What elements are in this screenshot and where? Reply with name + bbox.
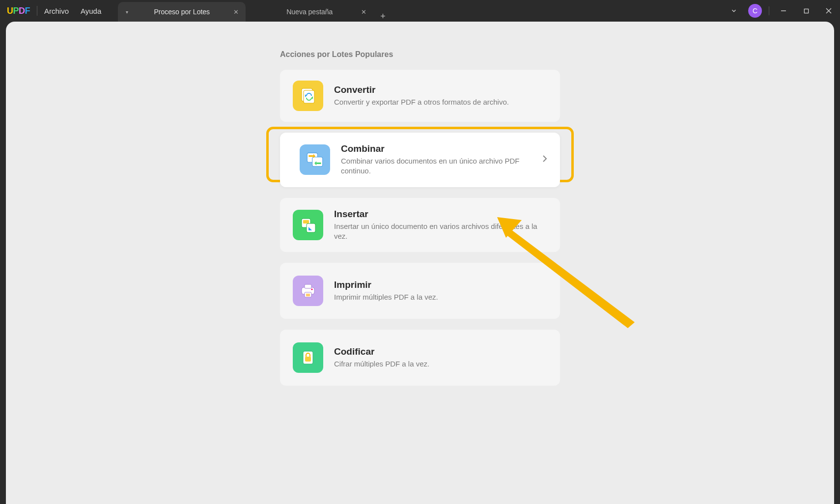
logo-letter-f: F xyxy=(25,6,30,16)
card-desc: Insertar un único documento en varios ar… xyxy=(334,222,547,242)
window-maximize-icon[interactable] xyxy=(795,0,817,22)
separator xyxy=(769,6,769,15)
separator xyxy=(37,6,37,16)
tab-proceso-por-lotes[interactable]: ▾ Proceso por Lotes ✕ xyxy=(118,2,246,22)
svg-rect-27 xyxy=(305,357,311,362)
convert-icon xyxy=(293,81,323,111)
svg-rect-18 xyxy=(307,224,315,232)
batch-actions-panel: Acciones por Lotes Populares Convertir C… xyxy=(280,22,560,386)
card-desc: Convertir y exportar PDF a otros formato… xyxy=(334,97,547,107)
card-desc: Cifrar múltiples PDF a la vez. xyxy=(334,359,547,369)
window-minimize-icon[interactable] xyxy=(772,0,795,22)
tab-bar: ▾ Proceso por Lotes ✕ Nueva pestaña ✕ + xyxy=(118,0,386,22)
card-title: Convertir xyxy=(334,84,547,95)
content-area: Acciones por Lotes Populares Convertir C… xyxy=(6,22,834,504)
svg-rect-9 xyxy=(312,157,323,167)
card-title: Imprimir xyxy=(334,280,547,290)
card-imprimir[interactable]: Imprimir Imprimir múltiples PDF a la vez… xyxy=(280,263,560,319)
tab-dropdown-icon[interactable]: ▾ xyxy=(126,9,128,15)
svg-rect-17 xyxy=(303,220,309,224)
titlebar: UPDF Archivo Ayuda ▾ Proceso por Lotes ✕… xyxy=(0,0,840,22)
logo-letter-u: U xyxy=(7,6,13,16)
card-title: Insertar xyxy=(334,209,547,220)
app-logo[interactable]: UPDF xyxy=(7,6,30,16)
tab-add-button[interactable]: + xyxy=(380,11,386,22)
card-convertir[interactable]: Convertir Convertir y exportar PDF a otr… xyxy=(280,70,560,122)
card-title: Codificar xyxy=(334,346,547,357)
card-title: Combinar xyxy=(341,143,537,154)
svg-rect-1 xyxy=(804,9,808,13)
window-close-icon[interactable] xyxy=(817,0,840,22)
avatar[interactable]: C xyxy=(748,4,762,18)
card-insertar[interactable]: Insertar Insertar un único documento en … xyxy=(280,198,560,252)
card-combinar[interactable]: Combinar Combinar varios documentos en u… xyxy=(280,133,560,187)
tab-nueva-pestana[interactable]: Nueva pestaña ✕ xyxy=(246,2,373,22)
svg-rect-21 xyxy=(305,284,311,288)
tab-label: Proceso por Lotes xyxy=(154,8,210,16)
insert-icon xyxy=(293,210,323,240)
svg-point-23 xyxy=(311,288,312,290)
chevron-right-icon xyxy=(542,155,547,165)
tab-close-icon[interactable]: ✕ xyxy=(361,8,366,16)
section-title: Acciones por Lotes Populares xyxy=(280,50,560,59)
logo-letter-p: P xyxy=(13,6,19,16)
merge-icon xyxy=(300,144,330,175)
tab-close-icon[interactable]: ✕ xyxy=(233,8,239,16)
menu-archivo[interactable]: Archivo xyxy=(44,7,69,15)
card-desc: Imprimir múltiples PDF a la vez. xyxy=(334,292,547,302)
encrypt-icon xyxy=(293,342,323,373)
card-desc: Combinar varios documentos en un único a… xyxy=(341,156,537,176)
tab-label: Nueva pestaña xyxy=(286,8,333,16)
card-codificar[interactable]: Codificar Cifrar múltiples PDF a la vez. xyxy=(280,330,560,386)
logo-letter-d: D xyxy=(19,6,25,16)
print-icon xyxy=(293,276,323,306)
chevron-down-icon[interactable] xyxy=(723,0,745,22)
window-controls: C xyxy=(723,0,840,22)
menu-ayuda[interactable]: Ayuda xyxy=(81,7,101,15)
